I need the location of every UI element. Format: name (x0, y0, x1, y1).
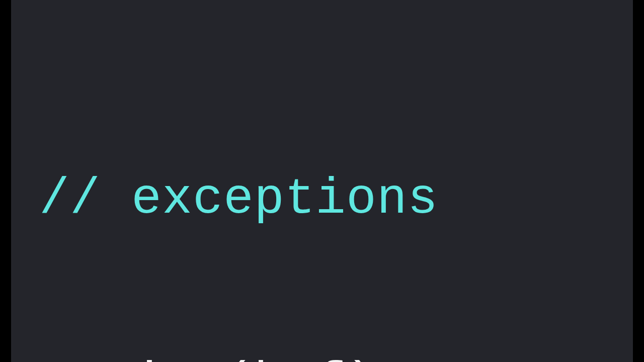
token-code: setjmp(buf); (39, 355, 408, 362)
outer-frame: // exceptions setjmp(buf); longjmp(buf, … (0, 0, 644, 362)
code-line: // exceptions (39, 169, 605, 230)
token-comment: // exceptions (39, 171, 438, 228)
code-line: setjmp(buf); (39, 353, 605, 362)
code-editor: // exceptions setjmp(buf); longjmp(buf, … (11, 0, 633, 362)
